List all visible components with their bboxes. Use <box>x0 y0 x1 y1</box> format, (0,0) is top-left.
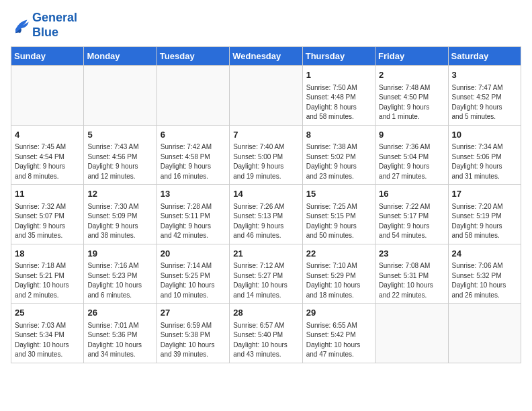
day-info: Sunrise: 7:03 AM Sunset: 5:34 PM Dayligh… <box>15 321 80 360</box>
day-info: Sunrise: 7:38 AM Sunset: 5:02 PM Dayligh… <box>306 142 371 181</box>
calendar-cell <box>448 304 521 363</box>
day-info: Sunrise: 7:50 AM Sunset: 4:48 PM Dayligh… <box>306 83 371 122</box>
calendar-cell: 24Sunrise: 7:06 AM Sunset: 5:32 PM Dayli… <box>448 244 521 304</box>
calendar-cell: 15Sunrise: 7:25 AM Sunset: 5:15 PM Dayli… <box>302 185 375 244</box>
calendar-cell: 29Sunrise: 6:55 AM Sunset: 5:42 PM Dayli… <box>302 304 375 363</box>
day-info: Sunrise: 7:45 AM Sunset: 4:54 PM Dayligh… <box>15 142 80 181</box>
weekday-header-wednesday: Wednesday <box>230 47 302 66</box>
weekday-header-sunday: Sunday <box>11 47 84 66</box>
day-number: 19 <box>87 247 152 261</box>
calendar-week-row: 1Sunrise: 7:50 AM Sunset: 4:48 PM Daylig… <box>11 66 521 126</box>
day-info: Sunrise: 7:12 AM Sunset: 5:27 PM Dayligh… <box>233 261 298 300</box>
day-number: 10 <box>452 128 517 142</box>
calendar-cell <box>11 66 84 126</box>
day-number: 22 <box>306 247 371 261</box>
day-info: Sunrise: 6:57 AM Sunset: 5:40 PM Dayligh… <box>233 321 298 360</box>
day-number: 3 <box>452 68 517 82</box>
day-info: Sunrise: 7:34 AM Sunset: 5:06 PM Dayligh… <box>452 142 517 181</box>
day-number: 25 <box>15 306 80 320</box>
calendar-cell: 2Sunrise: 7:48 AM Sunset: 4:50 PM Daylig… <box>375 66 448 126</box>
calendar-cell: 6Sunrise: 7:42 AM Sunset: 4:58 PM Daylig… <box>157 125 229 185</box>
day-number: 2 <box>379 68 444 82</box>
day-info: Sunrise: 7:20 AM Sunset: 5:19 PM Dayligh… <box>452 202 517 241</box>
calendar-cell <box>230 66 302 126</box>
day-info: Sunrise: 7:06 AM Sunset: 5:32 PM Dayligh… <box>452 261 517 300</box>
calendar-cell: 14Sunrise: 7:26 AM Sunset: 5:13 PM Dayli… <box>230 185 302 244</box>
day-number: 29 <box>306 306 371 320</box>
calendar-cell: 19Sunrise: 7:16 AM Sunset: 5:23 PM Dayli… <box>84 244 157 304</box>
calendar-cell <box>84 66 157 126</box>
day-number: 27 <box>161 306 226 320</box>
calendar-week-row: 4Sunrise: 7:45 AM Sunset: 4:54 PM Daylig… <box>11 125 521 185</box>
day-info: Sunrise: 7:22 AM Sunset: 5:17 PM Dayligh… <box>379 202 444 241</box>
logo: General Blue <box>11 11 77 40</box>
calendar-cell: 27Sunrise: 6:59 AM Sunset: 5:38 PM Dayli… <box>157 304 229 363</box>
calendar-cell: 4Sunrise: 7:45 AM Sunset: 4:54 PM Daylig… <box>11 125 84 185</box>
day-number: 20 <box>161 247 226 261</box>
calendar-cell: 26Sunrise: 7:01 AM Sunset: 5:36 PM Dayli… <box>84 304 157 363</box>
day-info: Sunrise: 7:42 AM Sunset: 4:58 PM Dayligh… <box>161 142 226 181</box>
day-number: 8 <box>306 128 371 142</box>
calendar-cell: 25Sunrise: 7:03 AM Sunset: 5:34 PM Dayli… <box>11 304 84 363</box>
calendar-week-row: 18Sunrise: 7:18 AM Sunset: 5:21 PM Dayli… <box>11 244 521 304</box>
day-info: Sunrise: 7:25 AM Sunset: 5:15 PM Dayligh… <box>306 202 371 241</box>
day-info: Sunrise: 7:16 AM Sunset: 5:23 PM Dayligh… <box>87 261 152 300</box>
day-info: Sunrise: 7:26 AM Sunset: 5:13 PM Dayligh… <box>233 202 298 241</box>
calendar-cell: 21Sunrise: 7:12 AM Sunset: 5:27 PM Dayli… <box>230 244 302 304</box>
weekday-header-friday: Friday <box>375 47 448 66</box>
calendar-cell: 13Sunrise: 7:28 AM Sunset: 5:11 PM Dayli… <box>157 185 229 244</box>
day-info: Sunrise: 7:08 AM Sunset: 5:31 PM Dayligh… <box>379 261 444 300</box>
day-number: 24 <box>452 247 517 261</box>
day-info: Sunrise: 7:40 AM Sunset: 5:00 PM Dayligh… <box>233 142 298 181</box>
day-number: 12 <box>87 187 152 201</box>
calendar-cell: 17Sunrise: 7:20 AM Sunset: 5:19 PM Dayli… <box>448 185 521 244</box>
day-info: Sunrise: 7:48 AM Sunset: 4:50 PM Dayligh… <box>379 83 444 122</box>
day-number: 15 <box>306 187 371 201</box>
day-info: Sunrise: 6:59 AM Sunset: 5:38 PM Dayligh… <box>161 321 226 360</box>
day-info: Sunrise: 7:10 AM Sunset: 5:29 PM Dayligh… <box>306 261 371 300</box>
day-number: 17 <box>452 187 517 201</box>
calendar-cell: 8Sunrise: 7:38 AM Sunset: 5:02 PM Daylig… <box>302 125 375 185</box>
day-number: 28 <box>233 306 298 320</box>
weekday-header-row: SundayMondayTuesdayWednesdayThursdayFrid… <box>11 47 521 66</box>
calendar-table: SundayMondayTuesdayWednesdayThursdayFrid… <box>11 46 521 363</box>
calendar-cell: 28Sunrise: 6:57 AM Sunset: 5:40 PM Dayli… <box>230 304 302 363</box>
calendar-cell: 11Sunrise: 7:32 AM Sunset: 5:07 PM Dayli… <box>11 185 84 244</box>
calendar-cell: 22Sunrise: 7:10 AM Sunset: 5:29 PM Dayli… <box>302 244 375 304</box>
page-header: General Blue <box>11 11 521 40</box>
day-info: Sunrise: 7:18 AM Sunset: 5:21 PM Dayligh… <box>15 261 80 300</box>
day-number: 5 <box>87 128 152 142</box>
weekday-header-thursday: Thursday <box>302 47 375 66</box>
day-info: Sunrise: 7:14 AM Sunset: 5:25 PM Dayligh… <box>161 261 226 300</box>
calendar-week-row: 11Sunrise: 7:32 AM Sunset: 5:07 PM Dayli… <box>11 185 521 244</box>
calendar-cell: 16Sunrise: 7:22 AM Sunset: 5:17 PM Dayli… <box>375 185 448 244</box>
calendar-cell: 7Sunrise: 7:40 AM Sunset: 5:00 PM Daylig… <box>230 125 302 185</box>
day-number: 4 <box>15 128 80 142</box>
day-info: Sunrise: 7:01 AM Sunset: 5:36 PM Dayligh… <box>87 321 152 360</box>
day-number: 9 <box>379 128 444 142</box>
day-number: 21 <box>233 247 298 261</box>
calendar-cell: 5Sunrise: 7:43 AM Sunset: 4:56 PM Daylig… <box>84 125 157 185</box>
day-number: 7 <box>233 128 298 142</box>
day-number: 11 <box>15 187 80 201</box>
day-info: Sunrise: 7:43 AM Sunset: 4:56 PM Dayligh… <box>87 142 152 181</box>
day-info: Sunrise: 7:30 AM Sunset: 5:09 PM Dayligh… <box>87 202 152 241</box>
calendar-week-row: 25Sunrise: 7:03 AM Sunset: 5:34 PM Dayli… <box>11 304 521 363</box>
calendar-cell: 10Sunrise: 7:34 AM Sunset: 5:06 PM Dayli… <box>448 125 521 185</box>
calendar-cell: 9Sunrise: 7:36 AM Sunset: 5:04 PM Daylig… <box>375 125 448 185</box>
calendar-cell <box>375 304 448 363</box>
day-number: 26 <box>87 306 152 320</box>
logo-text: General Blue <box>32 11 77 40</box>
day-number: 1 <box>306 68 371 82</box>
day-info: Sunrise: 7:36 AM Sunset: 5:04 PM Dayligh… <box>379 142 444 181</box>
day-info: Sunrise: 7:28 AM Sunset: 5:11 PM Dayligh… <box>161 202 226 241</box>
calendar-cell: 1Sunrise: 7:50 AM Sunset: 4:48 PM Daylig… <box>302 66 375 126</box>
calendar-cell: 18Sunrise: 7:18 AM Sunset: 5:21 PM Dayli… <box>11 244 84 304</box>
day-number: 16 <box>379 187 444 201</box>
day-number: 6 <box>161 128 226 142</box>
calendar-cell: 3Sunrise: 7:47 AM Sunset: 4:52 PM Daylig… <box>448 66 521 126</box>
day-info: Sunrise: 7:47 AM Sunset: 4:52 PM Dayligh… <box>452 83 517 122</box>
day-number: 14 <box>233 187 298 201</box>
day-number: 18 <box>15 247 80 261</box>
calendar-cell <box>157 66 229 126</box>
